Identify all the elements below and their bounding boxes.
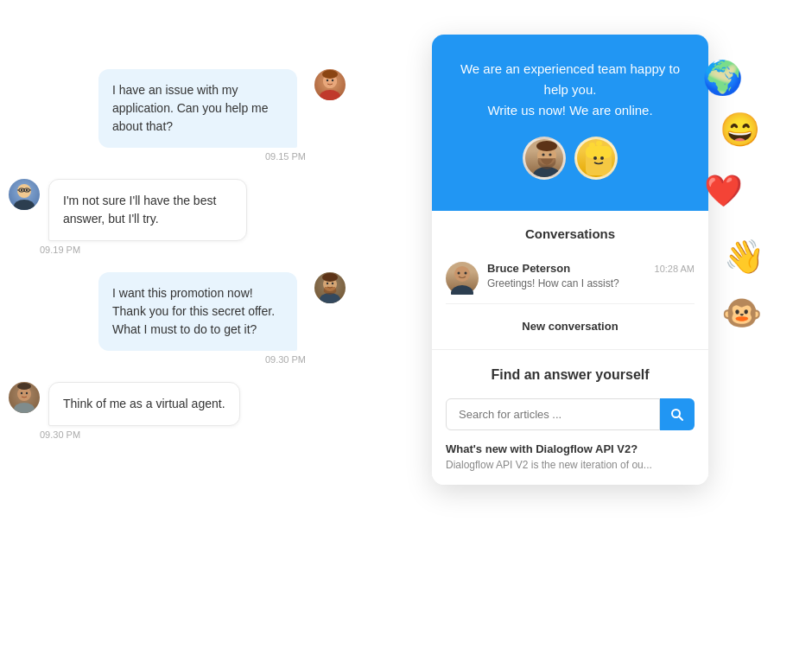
bubble-time-1: 09.15 PM xyxy=(265,151,306,162)
avatar-man1 xyxy=(314,272,346,303)
svg-point-28 xyxy=(549,153,551,156)
conv-avatar xyxy=(446,262,479,295)
header-line1: We are an experienced team happy to help… xyxy=(460,61,680,97)
svg-point-8 xyxy=(21,189,22,191)
svg-point-17 xyxy=(327,283,328,284)
conversations-title: Conversations xyxy=(446,226,695,241)
widget-panel: We are an experienced team happy to help… xyxy=(432,35,708,485)
svg-point-38 xyxy=(451,285,473,295)
conversations-card: Conversations Bruce Peterson 10:28 AM Gr… xyxy=(432,211,708,350)
conversation-item[interactable]: Bruce Peterson 10:28 AM Greetings! How c… xyxy=(446,253,695,304)
svg-point-21 xyxy=(14,403,35,413)
bubble-text-2: I'm not sure I'll have the best answer, … xyxy=(48,179,247,241)
svg-point-19 xyxy=(322,273,338,282)
svg-point-40 xyxy=(465,272,467,275)
svg-line-42 xyxy=(679,416,682,419)
avatar-man2 xyxy=(9,382,40,413)
svg-rect-32 xyxy=(586,146,612,158)
avatar-glasses xyxy=(9,179,40,210)
chat-bubble-left-2: I'm not sure I'll have the best answer, … xyxy=(0,179,363,255)
monkey-emoji: 🐵 xyxy=(721,294,762,332)
agent-avatar-beard xyxy=(523,137,566,180)
bubble-text-1: I have an issue with my application. Can… xyxy=(98,69,297,148)
svg-point-9 xyxy=(26,189,28,191)
svg-point-1 xyxy=(320,90,340,100)
widget-header-text: We are an experienced team happy to help… xyxy=(449,59,691,121)
search-input[interactable] xyxy=(446,398,660,430)
bubble-time-3: 09.30 PM xyxy=(265,354,306,365)
new-conversation-button[interactable]: New conversation xyxy=(446,313,695,333)
find-answer-title: Find an answer yourself xyxy=(446,367,695,383)
svg-point-4 xyxy=(332,79,333,81)
heart-emoji: ❤️ xyxy=(704,173,743,209)
chat-section: I have an issue with my application. Can… xyxy=(0,43,363,605)
svg-point-29 xyxy=(536,141,557,151)
chat-bubble-left-4: Think of me as a virtual agent. 09.30 PM xyxy=(0,382,363,440)
svg-point-22 xyxy=(21,392,22,394)
svg-point-39 xyxy=(458,272,460,275)
svg-point-23 xyxy=(26,392,28,394)
svg-rect-36 xyxy=(596,141,602,146)
bubble-time-2: 09.19 PM xyxy=(40,245,80,255)
wave-emoji: 👋 xyxy=(724,238,764,276)
conv-name: Bruce Peterson xyxy=(487,262,570,275)
conv-name-row: Bruce Peterson 10:28 AM xyxy=(487,262,695,275)
chat-bubble-right-1: I have an issue with my application. Can… xyxy=(0,69,363,162)
svg-point-34 xyxy=(600,156,604,160)
widget-avatars xyxy=(449,137,691,180)
widget-header: We are an experienced team happy to help… xyxy=(432,35,708,211)
article-item[interactable]: What's new with Dialogflow API V2? Dialo… xyxy=(446,442,695,471)
svg-point-3 xyxy=(327,79,328,81)
svg-point-27 xyxy=(542,153,544,156)
header-line2: Write us now! We are online. xyxy=(487,103,652,118)
find-answer-card: Find an answer yourself What's new with … xyxy=(432,350,708,485)
search-button[interactable] xyxy=(660,398,695,430)
avatar-woman xyxy=(314,69,346,100)
conv-message: Greetings! How can I assist? xyxy=(487,277,695,289)
conv-info: Bruce Peterson 10:28 AM Greetings! How c… xyxy=(487,262,695,289)
search-icon xyxy=(670,408,684,422)
conv-time: 10:28 AM xyxy=(655,264,695,274)
svg-point-7 xyxy=(14,200,35,210)
svg-point-5 xyxy=(322,70,338,79)
article-preview: Dialogflow API V2 is the new iteration o… xyxy=(446,459,695,471)
svg-point-33 xyxy=(593,156,597,160)
globe-emoji: 🌍 xyxy=(702,59,743,97)
bubble-time-4: 09.30 PM xyxy=(40,429,80,440)
bubble-text-3: I want this promotion now! Thank you for… xyxy=(98,272,297,351)
chat-bubble-right-3: I want this promotion now! Thank you for… xyxy=(0,272,363,365)
bubble-text-4: Think of me as a virtual agent. xyxy=(48,382,240,426)
svg-point-37 xyxy=(454,266,470,282)
svg-point-24 xyxy=(17,383,31,390)
article-title: What's new with Dialogflow API V2? xyxy=(446,442,695,455)
agent-avatar-lego xyxy=(574,137,618,180)
search-row xyxy=(446,398,695,430)
svg-rect-35 xyxy=(589,143,595,148)
grin-emoji: 😄 xyxy=(720,111,760,149)
svg-point-18 xyxy=(332,283,333,284)
